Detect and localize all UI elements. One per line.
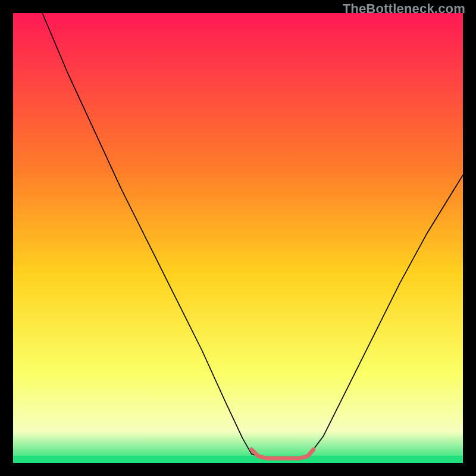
flat-highlight-segment	[252, 449, 314, 458]
plot-area	[13, 13, 463, 463]
bottleneck-curve	[42, 13, 463, 458]
chart-curve-layer	[13, 13, 463, 463]
chart-stage: TheBottleneck.com	[0, 0, 476, 476]
watermark-text: TheBottleneck.com	[343, 1, 465, 17]
